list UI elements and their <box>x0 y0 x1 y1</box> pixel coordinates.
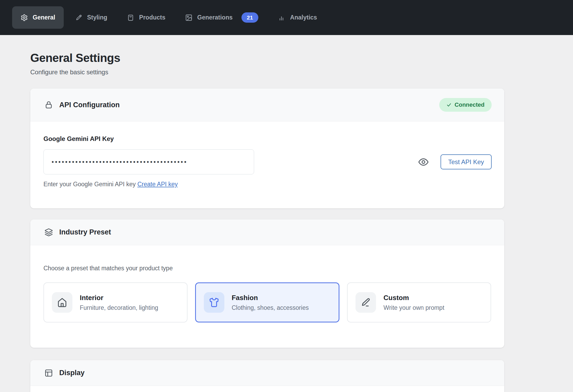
preset-card-body: Choose a preset that matches your produc… <box>30 245 504 348</box>
preset-name: Custom <box>383 294 444 302</box>
api-key-input[interactable] <box>43 149 254 174</box>
api-card-title: API Configuration <box>59 101 120 109</box>
create-api-key-link[interactable]: Create API key <box>137 181 178 188</box>
api-key-label: Google Gemini API Key <box>43 135 492 143</box>
api-key-row: Test API Key <box>43 149 492 174</box>
status-badge: Connected <box>439 98 492 112</box>
gear-icon <box>21 14 28 21</box>
shopping-bag-icon <box>127 14 134 21</box>
pen-icon <box>75 14 82 21</box>
tab-styling[interactable]: Styling <box>67 6 116 29</box>
page-subtitle: Configure the basic settings <box>30 68 573 76</box>
preset-subtitle: Write your own prompt <box>383 304 444 311</box>
check-icon <box>446 102 452 107</box>
tab-products[interactable]: Products <box>118 6 174 29</box>
preset-description: Choose a preset that matches your produc… <box>43 265 491 272</box>
generations-count-badge: 21 <box>241 12 258 23</box>
preset-options-row: Interior Furniture, decoration, lighting… <box>43 282 491 322</box>
home-icon <box>57 297 67 307</box>
tab-label: General <box>33 14 55 21</box>
industry-preset-card: Industry Preset Choose a preset that mat… <box>30 219 504 348</box>
tab-generations[interactable]: Generations 21 <box>177 6 267 29</box>
tab-label: Generations <box>197 14 233 21</box>
display-card-title: Display <box>59 369 85 377</box>
image-icon <box>185 14 192 21</box>
display-card-header: Display <box>30 360 504 386</box>
api-card-body: Google Gemini API Key Test API Key Enter… <box>30 121 504 208</box>
preset-card-header: Industry Preset <box>30 219 504 245</box>
preset-option-custom[interactable]: Custom Write your own prompt <box>347 282 491 322</box>
preset-name: Interior <box>80 294 158 302</box>
main-content: General Settings Configure the basic set… <box>0 35 573 392</box>
layers-icon <box>45 228 53 237</box>
tab-analytics[interactable]: Analytics <box>270 6 325 29</box>
display-card: Display <box>30 360 504 392</box>
bar-chart-icon <box>278 14 285 21</box>
api-configuration-card: API Configuration Connected Google Gemin… <box>30 89 504 208</box>
preset-card-title: Industry Preset <box>59 228 111 236</box>
top-navigation: General Styling Products Generations 21 … <box>0 0 573 35</box>
status-badge-label: Connected <box>455 101 485 108</box>
page-title: General Settings <box>30 51 573 65</box>
display-card-body <box>30 386 504 392</box>
test-api-key-button[interactable]: Test API Key <box>441 154 492 169</box>
preset-subtitle: Furniture, decoration, lighting <box>80 304 158 311</box>
pen-line-icon <box>361 297 371 307</box>
tab-label: Styling <box>87 14 107 21</box>
helper-text: Enter your Google Gemini API key <box>43 181 137 188</box>
eye-icon <box>418 156 429 168</box>
api-card-header: API Configuration Connected <box>30 89 504 121</box>
lock-icon <box>45 101 53 109</box>
tab-label: Products <box>139 14 165 21</box>
shirt-icon <box>209 297 219 307</box>
preset-name: Fashion <box>232 294 309 302</box>
preset-option-fashion[interactable]: Fashion Clothing, shoes, accessories <box>195 282 340 322</box>
api-key-helper: Enter your Google Gemini API key Create … <box>43 181 492 188</box>
toggle-key-visibility-button[interactable] <box>418 156 429 168</box>
tab-general[interactable]: General <box>12 6 64 29</box>
preset-subtitle: Clothing, shoes, accessories <box>232 304 309 311</box>
layout-panel-icon <box>45 369 53 377</box>
tab-label: Analytics <box>290 14 317 21</box>
preset-option-interior[interactable]: Interior Furniture, decoration, lighting <box>43 282 187 322</box>
